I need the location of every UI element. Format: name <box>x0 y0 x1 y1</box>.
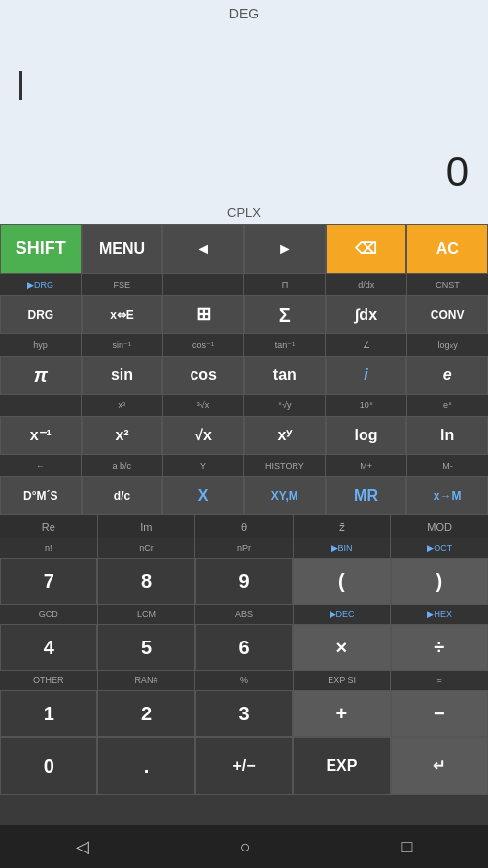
left-arrow-button[interactable]: ◄ <box>162 224 244 274</box>
divide-button[interactable]: ÷ <box>391 624 488 671</box>
cbrt-sub: ³√x <box>163 395 245 416</box>
row2-main: π sin cos tan i e <box>0 356 488 395</box>
key-9[interactable]: 9 <box>195 558 293 605</box>
tan-button[interactable]: tan <box>244 356 326 395</box>
row1-sub: ▶DRG FSE Π d/dx CNST <box>0 274 488 295</box>
decimal-button[interactable]: . <box>97 737 194 795</box>
row3-main: x⁻¹ x² √x xʸ log ln <box>0 416 488 455</box>
home-button[interactable]: ○ <box>240 837 251 857</box>
close-paren-button[interactable]: ) <box>391 558 488 605</box>
cos-button[interactable]: cos <box>162 356 244 395</box>
conv-button[interactable]: CONV <box>406 295 488 334</box>
drg-sub: ▶DRG <box>0 274 82 295</box>
menu-button[interactable]: MENU <box>82 224 163 274</box>
xrooty-sub: ˣ√y <box>244 395 326 416</box>
row-bottom: 0 . +/− EXP ↵ <box>0 737 488 795</box>
abc-sub: a b/c <box>82 455 163 476</box>
key-1[interactable]: 1 <box>0 690 97 737</box>
oct-sub: ▶OCT <box>391 538 488 558</box>
lcm-sub: LCM <box>98 605 196 624</box>
history-sub: HISTORY <box>244 455 326 476</box>
drg-button[interactable]: DRG <box>0 295 82 334</box>
n-fact-sub: n! <box>0 538 98 558</box>
row-789: 7 8 9 ( ) <box>0 558 488 605</box>
row7-sub: n! nCr nPr ▶BIN ▶OCT <box>0 538 488 558</box>
row-456: 4 5 6 × ÷ <box>0 624 488 671</box>
dms-button[interactable]: D°M´S <box>0 476 82 515</box>
right-arrow-button[interactable]: ► <box>244 224 326 274</box>
fse-sub: FSE <box>82 274 163 295</box>
key-8[interactable]: 8 <box>97 558 194 605</box>
sin-button[interactable]: sin <box>82 356 163 395</box>
key-6[interactable]: 6 <box>195 624 293 671</box>
key-3[interactable]: 3 <box>195 690 293 737</box>
key-4[interactable]: 4 <box>0 624 97 671</box>
nav-bar: ◁ ○ □ <box>0 825 488 868</box>
mr-button[interactable]: MR <box>326 476 407 515</box>
other-sub: OTHER <box>0 671 98 690</box>
ten-x-sub: 10ˣ <box>326 395 407 416</box>
sigma-button[interactable]: Σ <box>244 295 326 334</box>
sqrt-button[interactable]: √x <box>162 416 244 455</box>
row123-sub: OTHER RAN# % EXP SI = <box>0 671 488 690</box>
bin-sub: ▶BIN <box>294 538 392 558</box>
xe-button[interactable]: x⇔E <box>82 295 163 334</box>
ncr-sub: nCr <box>98 538 196 558</box>
open-paren-button[interactable]: ( <box>293 558 390 605</box>
theta-label: θ <box>195 515 294 538</box>
angle-sub: ∠ <box>326 334 407 356</box>
key-0[interactable]: 0 <box>0 737 97 795</box>
pi-button[interactable]: π <box>0 356 82 395</box>
cos-inv-sub: cos⁻¹ <box>163 334 245 356</box>
m-plus-sub: M+ <box>326 455 407 476</box>
im-label: Im <box>98 515 196 538</box>
m-minus-sub: M- <box>407 455 488 476</box>
zbar-label: z̄ <box>294 515 392 538</box>
dec-sub: ▶DEC <box>294 605 392 624</box>
x-sq-button[interactable]: x² <box>82 416 163 455</box>
key-5[interactable]: 5 <box>97 624 194 671</box>
key-2[interactable]: 2 <box>97 690 194 737</box>
exp-button[interactable]: EXP <box>293 737 390 795</box>
xm-button[interactable]: x→M <box>406 476 488 515</box>
abs-sub: ABS <box>195 605 294 624</box>
x-pow-y-button[interactable]: xʸ <box>244 416 326 455</box>
x3-sub: x³ <box>82 395 163 416</box>
display-area: DEG 0 CPLX <box>0 0 488 224</box>
npr-sub: nPr <box>195 538 294 558</box>
integral-button[interactable]: ∫dx <box>326 295 407 334</box>
plusminus-button[interactable]: +/− <box>195 737 293 795</box>
back-button[interactable]: ◁ <box>76 836 89 857</box>
euler-button[interactable]: e <box>406 356 488 395</box>
xym-button[interactable]: XY,M <box>244 476 326 515</box>
result-value: 0 <box>0 149 488 205</box>
backspace-button[interactable]: ⌫ <box>326 224 407 274</box>
complex-sub-row: Re Im θ z̄ MOD <box>0 515 488 538</box>
plus-button[interactable]: + <box>293 690 390 737</box>
row4-sub: ← a b/c Y HISTORY M+ M- <box>0 455 488 476</box>
key-7[interactable]: 7 <box>0 558 97 605</box>
x-button[interactable]: X <box>162 476 244 515</box>
hex-sub: ▶HEX <box>391 605 488 624</box>
shift-button[interactable]: SHIFT <box>0 224 82 274</box>
x-inv-button[interactable]: x⁻¹ <box>0 416 82 455</box>
multiply-button[interactable]: × <box>293 624 390 671</box>
dc-button[interactable]: d/c <box>82 476 163 515</box>
mod-label: MOD <box>391 515 488 538</box>
keyboard: SHIFT MENU ◄ ► ⌫ AC ▶DRG FSE Π d/dx CNST… <box>0 224 488 825</box>
log-button[interactable]: log <box>326 416 407 455</box>
enter-button[interactable]: ↵ <box>391 737 488 795</box>
sin-inv-sub: sin⁻¹ <box>82 334 163 356</box>
cnst-sub: CNST <box>407 274 488 295</box>
recent-button[interactable]: □ <box>401 837 412 857</box>
row2-sub: hyp sin⁻¹ cos⁻¹ tan⁻¹ ∠ logxy <box>0 334 488 356</box>
ac-button[interactable]: AC <box>406 224 488 274</box>
ran-sub: RAN# <box>98 671 196 690</box>
tan-inv-sub: tan⁻¹ <box>244 334 326 356</box>
re-label: Re <box>0 515 98 538</box>
grid-button[interactable]: ⊞ <box>162 295 244 334</box>
minus-button[interactable]: − <box>391 690 488 737</box>
deg-label: DEG <box>0 0 488 21</box>
ln-button[interactable]: ln <box>406 416 488 455</box>
imaginary-button[interactable]: i <box>326 356 407 395</box>
